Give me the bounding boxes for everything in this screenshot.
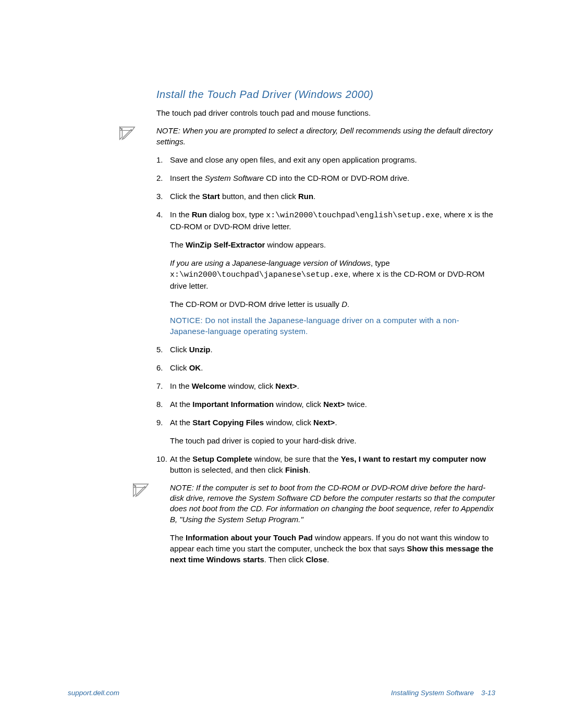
step-6: Click OK. [156, 362, 495, 373]
welcome-bold: Welcome [192, 381, 226, 390]
step-4-sub-japanese: If you are using a Japanese-language ver… [170, 257, 495, 291]
next-bold-3: Next> [313, 418, 335, 427]
svg-point-0 [121, 128, 123, 130]
step-4-sub-winzip: The WinZip Self-Extractor window appears… [170, 239, 495, 250]
winzip-bold: WinZip Self-Extractor [186, 240, 265, 249]
ok-bold: OK [189, 363, 201, 372]
next-bold-2: Next> [323, 400, 345, 409]
next-bold-1: Next> [275, 381, 297, 390]
svg-point-1 [134, 485, 136, 487]
step-4-sub-driveletter: The CD-ROM or DVD-ROM drive letter is us… [170, 299, 495, 310]
start-copying-bold: Start Copying Files [192, 418, 264, 427]
note-2-text: NOTE: If the computer is set to boot fro… [170, 483, 495, 525]
start-bold: Start [202, 192, 220, 201]
step-5: Click Unzip. [156, 344, 495, 355]
page: Install the Touch Pad Driver (Windows 20… [0, 0, 563, 728]
footer-section-title: Installing System Software [391, 689, 474, 697]
important-info-bold: Important Information [192, 400, 274, 409]
path-japanese: x:\win2000\touchpad\japanese\setup.exe [170, 270, 348, 279]
pencil-note-icon [117, 125, 137, 144]
steps-list: Save and close any open files, and exit … [156, 154, 495, 565]
note-block-2: NOTE: If the computer is set to boot fro… [170, 483, 495, 525]
step-9-sub: The touch pad driver is copied to your h… [170, 435, 495, 446]
d-italic: D [341, 300, 347, 309]
x-var-1: x [468, 211, 472, 220]
japanese-italic: If you are using a Japanese-language ver… [170, 258, 371, 267]
run-bold-2: Run [192, 210, 207, 219]
page-footer: support.dell.com Installing System Softw… [68, 689, 495, 697]
step-1-text: Save and close any open files, and exit … [170, 155, 417, 164]
footer-page-number: 3-13 [481, 689, 495, 697]
pencil-note-icon [131, 482, 151, 501]
step-4: In the Run dialog box, type x:\win2000\t… [156, 209, 495, 337]
content-column: Install the Touch Pad Driver (Windows 20… [156, 89, 495, 565]
step-8: At the Important Information window, cli… [156, 399, 495, 410]
finish-bold: Finish [285, 465, 308, 474]
info-touchpad-bold: Information about your Touch Pad [186, 533, 313, 542]
trailing-paragraph: The Information about your Touch Pad win… [170, 532, 495, 565]
step-10: At the Setup Complete window, be sure th… [156, 453, 495, 565]
step-9: At the Start Copying Files window, click… [156, 417, 495, 446]
step-2: Insert the System Software CD into the C… [156, 172, 495, 183]
intro-text: The touch pad driver controls touch pad … [156, 108, 495, 118]
run-bold: Run [298, 192, 313, 201]
path-english: x:\win2000\touchpad\english\setup.exe [266, 211, 439, 220]
close-bold: Close [306, 555, 327, 564]
footer-url: support.dell.com [68, 689, 119, 697]
footer-right: Installing System Software3-13 [391, 689, 495, 697]
setup-complete-bold: Setup Complete [192, 454, 252, 463]
step-7: In the Welcome window, click Next>. [156, 380, 495, 391]
restart-bold: Yes, I want to restart my computer now [341, 454, 486, 463]
note-block-1: NOTE: When you are prompted to select a … [156, 126, 495, 147]
step-1: Save and close any open files, and exit … [156, 154, 495, 165]
note-1-text: NOTE: When you are prompted to select a … [156, 126, 495, 147]
section-heading: Install the Touch Pad Driver (Windows 20… [156, 89, 495, 101]
notice-text: NOTICE: Do not install the Japanese-lang… [170, 315, 495, 337]
step-3: Click the Start button, and then click R… [156, 191, 495, 202]
system-software-italic: System Software [205, 174, 264, 182]
unzip-bold: Unzip [189, 345, 211, 354]
